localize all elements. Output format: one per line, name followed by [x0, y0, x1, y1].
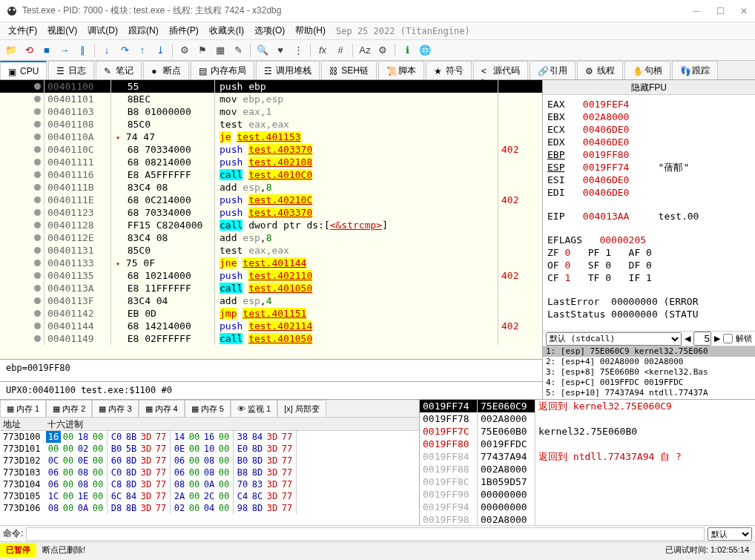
disasm-row[interactable]: 0040110A▾ 74 47je test.401153 [0, 131, 542, 143]
tab-handle[interactable]: ✋句柄 [624, 61, 670, 79]
tab-bp[interactable]: ●断点 [143, 61, 189, 79]
disasm-row[interactable]: 0040111E 68 0C214000push test.40210C402 [0, 194, 542, 206]
stack-row[interactable]: 0019FF9400000000 [420, 501, 755, 513]
tool-az[interactable]: Aᴢ [357, 42, 373, 59]
disasm-row[interactable]: 00401144 68 14214000push test.402114402 [0, 320, 542, 332]
stack-row[interactable]: 0019FF88002A8000 [420, 463, 755, 475]
tool-info[interactable]: ℹ [399, 42, 415, 59]
stepout-button[interactable]: ↑ [134, 42, 151, 59]
disasm-row[interactable]: 0040113F 83C4 04add esp,4 [0, 294, 542, 307]
spin-down[interactable]: ◀ [685, 334, 690, 343]
tool-4[interactable]: ✎ [230, 42, 246, 59]
stack-row[interactable]: 0019FF7475E060C9返回到 kernel32.75E060C9 [420, 400, 755, 412]
disasm-row[interactable]: 00401100 55push ebp [0, 80, 542, 93]
callconv-select[interactable]: 默认 (stdcall) [546, 332, 682, 346]
menu-options[interactable]: 选项(O) [249, 24, 290, 37]
disasm-row[interactable]: 00401108 85C0test eax,eax [0, 118, 542, 131]
tool-fx[interactable]: fx [314, 42, 331, 59]
tab-src[interactable]: < >源代码 [473, 61, 528, 79]
restart-button[interactable]: ⟲ [21, 42, 37, 59]
stack-row[interactable]: 0019FF98002A8000 [420, 513, 755, 525]
disasm-row[interactable]: 00401123 68 70334000push test.403370 [0, 206, 542, 219]
tab-notes[interactable]: ✎笔记 [96, 61, 142, 79]
tab-mem[interactable]: ▤内存布局 [191, 61, 254, 79]
disasm-row[interactable]: 00401103 B8 01000000mov eax,1 [0, 105, 542, 118]
run-button[interactable]: → [56, 42, 73, 59]
stepin-button[interactable]: ↓ [99, 42, 115, 59]
stack-row[interactable]: 0019FF7C75E060B0kernel32.75E060B0 [420, 425, 755, 438]
cmd-mode-select[interactable]: 默认 [708, 527, 752, 541]
dump-tab-4[interactable]: ▦内存 5 [185, 400, 231, 417]
arg-stack[interactable]: 1: [esp] 75E060C9 kernel32.75E0602: [esp… [543, 346, 755, 399]
lock-label: 解锁 [736, 333, 752, 344]
dump-tab-2[interactable]: ▦内存 3 [92, 400, 138, 417]
dump-tab-6[interactable]: [x]局部变 [277, 400, 326, 417]
registers-view[interactable]: EAX 0019FEF4 EBX 002A8000 ECX 00406DE0 E… [543, 95, 755, 331]
disasm-row[interactable]: 0040110C 68 70334000push test.403370402 [0, 143, 542, 156]
arg-count[interactable] [693, 332, 711, 346]
menu-debug[interactable]: 调试(D) [82, 24, 123, 37]
stack-row[interactable]: 0019FF78002A8000 [420, 412, 755, 425]
menu-view[interactable]: 视图(V) [42, 24, 82, 37]
fpu-toggle[interactable]: 隐藏FPU [543, 80, 755, 95]
disasm-row[interactable]: 00401131 85C0test eax,eax [0, 244, 542, 257]
disasm-row[interactable]: 0040111B 83C4 08add esp,8 [0, 181, 542, 194]
tab-sym[interactable]: ★符号 [426, 61, 472, 79]
tab-script[interactable]: 📜脚本 [378, 61, 424, 79]
skip-button[interactable]: ⤓ [152, 42, 168, 59]
stack-row[interactable]: 0019FF9000000000 [420, 488, 755, 501]
tool-3[interactable]: ▦ [212, 42, 228, 59]
tab-ref[interactable]: 🔗引用 [530, 61, 576, 79]
tab-cpu[interactable]: ▣CPU [0, 61, 47, 79]
tab-stack[interactable]: ☲调用堆栈 [256, 61, 320, 79]
disasm-row[interactable]: 0040113A E8 11FFFFFFcall test.401050 [0, 282, 542, 294]
tool-5[interactable]: 🔍 [254, 42, 271, 59]
menu-help[interactable]: 帮助(H) [290, 24, 331, 37]
tool-7[interactable]: ⋮ [290, 42, 306, 59]
dump-tab-1[interactable]: ▦内存 2 [46, 400, 92, 417]
tool-settings[interactable]: ⚙ [375, 42, 391, 59]
lock-checkbox[interactable] [723, 334, 733, 343]
open-button[interactable]: 📁 [3, 42, 19, 59]
disasm-row[interactable]: 00401101 8BECmov ebp,esp [0, 93, 542, 105]
disassembly-view[interactable]: 00401100 55push ebp00401101 8BECmov ebp,… [0, 80, 542, 359]
tab-log[interactable]: ☰日志 [48, 61, 94, 79]
menu-file[interactable]: 文件(F) [3, 24, 42, 37]
toolbar: 📁 ⟲ ■ → ∥ ↓ ↷ ↑ ⤓ ⚙ ⚑ ▦ ✎ 🔍 ♥ ⋮ fx # Aᴢ … [0, 40, 755, 61]
tool-1[interactable]: ⚙ [177, 42, 193, 59]
dump-view[interactable]: 773D10016001800C08B3D771400160038843D777… [0, 431, 419, 525]
dump-tab-5[interactable]: 👁监视 1 [231, 400, 277, 417]
command-input[interactable] [26, 527, 705, 541]
tool-globe[interactable]: 🌐 [417, 42, 433, 59]
stop-button[interactable]: ■ [39, 42, 55, 59]
disasm-row[interactable]: 00401128 FF15 C8204000call dword ptr ds:… [0, 219, 542, 231]
tab-thread[interactable]: ⚙线程 [577, 61, 623, 79]
dump-tab-0[interactable]: ▦内存 1 [0, 400, 46, 417]
minimize-button[interactable]: ─ [691, 6, 702, 16]
disasm-row[interactable]: 00401149 E8 02FFFFFFcall test.401050 [0, 332, 542, 345]
disasm-row[interactable]: 00401135 68 10214000push test.402110402 [0, 269, 542, 282]
stack-row[interactable]: 0019FF8C1B059D57 [420, 475, 755, 488]
disasm-row[interactable]: 00401111 68 08214000push test.402108 [0, 156, 542, 168]
menu-favorites[interactable]: 收藏夹(I) [204, 24, 249, 37]
disasm-row[interactable]: 00401116 E8 A5FFFFFFcall test.4010C0 [0, 168, 542, 181]
maximize-button[interactable]: ☐ [715, 6, 725, 16]
menu-trace[interactable]: 跟踪(N) [123, 24, 164, 37]
tool-hash[interactable]: # [332, 42, 349, 59]
stack-row[interactable]: 0019FF800019FFDC [420, 438, 755, 450]
close-button[interactable]: ✕ [739, 6, 749, 16]
tool-6[interactable]: ♥ [272, 42, 289, 59]
stack-row[interactable]: 0019FF8477437A94返回到 ntdll.77437A94 自 ? [420, 450, 755, 463]
stepover-button[interactable]: ↷ [116, 42, 133, 59]
disasm-row[interactable]: 0040112E 83C4 08add esp,8 [0, 231, 542, 244]
menu-plugins[interactable]: 插件(P) [164, 24, 204, 37]
tab-seh[interactable]: ⛓SEH链 [321, 61, 377, 79]
disasm-row[interactable]: 00401133▾ 75 0Fjne test.401144 [0, 257, 542, 269]
disasm-row[interactable]: 00401142 EB 0Djmp test.401151 [0, 307, 542, 320]
stack-view[interactable]: 0019FF7475E060C9返回到 kernel32.75E060C9001… [420, 400, 755, 525]
tool-2[interactable]: ⚑ [194, 42, 211, 59]
pause-button[interactable]: ∥ [74, 42, 90, 59]
spin-up[interactable]: ▶ [714, 334, 720, 343]
tab-trace[interactable]: 👣跟踪 [672, 61, 718, 79]
dump-tab-3[interactable]: ▦内存 4 [139, 400, 185, 417]
